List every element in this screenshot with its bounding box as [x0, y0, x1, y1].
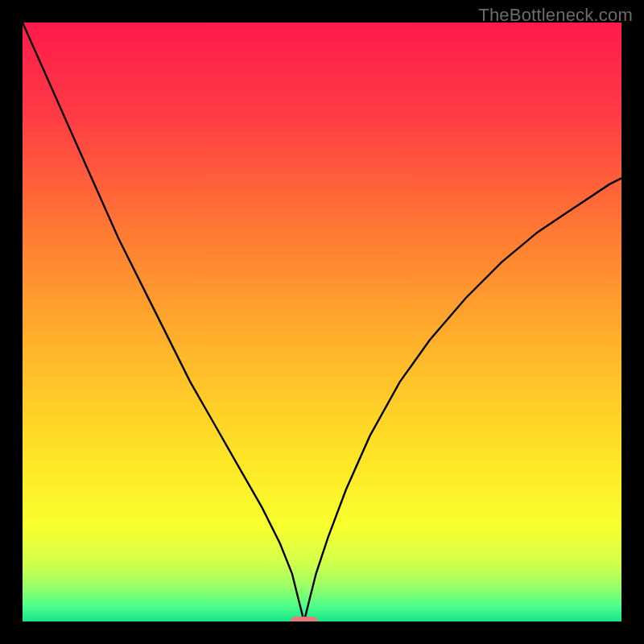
chart-frame: TheBottleneck.com [0, 0, 644, 644]
optimum-marker [291, 617, 318, 621]
gradient-background [23, 23, 621, 621]
bottleneck-chart [23, 23, 621, 621]
plot-area [23, 23, 621, 621]
